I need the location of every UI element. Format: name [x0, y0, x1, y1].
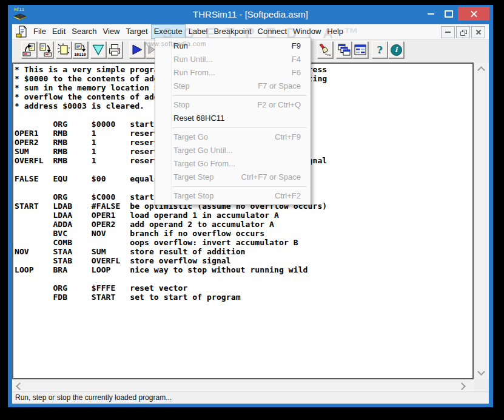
menu-target[interactable]: Target: [123, 25, 151, 38]
vertical-scrollbar[interactable]: [474, 63, 488, 379]
scroll-up-icon[interactable]: [477, 66, 485, 74]
svg-text:10110: 10110: [74, 52, 86, 57]
maximize-button[interactable]: [441, 7, 457, 21]
maximize-icon: [445, 10, 453, 18]
menu-separator: [155, 125, 311, 130]
menu-separator: [155, 184, 311, 189]
execute-menu: Run F9 Run Until... F4 Run From... F6 St…: [155, 38, 311, 205]
minimize-icon: [428, 13, 434, 15]
menu-item-run-from[interactable]: Run From... F6: [155, 66, 311, 80]
window-title: THRSim11 - [Softpedia.asm]: [8, 5, 493, 24]
asm-document-icon[interactable]: [16, 25, 28, 38]
reset-brush-icon: [318, 43, 332, 56]
menu-item-run-until[interactable]: Run Until... F4: [155, 53, 311, 66]
menu-item-reset-68hc11[interactable]: Reset 68HC11: [155, 112, 311, 125]
menu-item-target-go-from[interactable]: Target Go From...: [155, 157, 311, 171]
menu-edit[interactable]: Edit: [49, 25, 69, 38]
window-border-left: [8, 24, 12, 404]
mdi-restore-icon: [460, 30, 466, 35]
horizontal-scrollbar[interactable]: [12, 379, 474, 391]
menu-item-target-step[interactable]: Target Step Ctrl+F7 or Space: [155, 171, 311, 184]
mdi-close-icon: [475, 29, 482, 35]
print-button[interactable]: [107, 41, 123, 58]
status-text: Run, step or stop the currently loaded p…: [15, 393, 172, 402]
screenshot-stage: HC11 THRSim11 - [Softpedia.asm] File Edi…: [0, 0, 504, 420]
load-file-icon: [22, 43, 36, 56]
cascade-windows-icon: [337, 43, 351, 56]
close-icon: [470, 10, 478, 18]
menu-view[interactable]: View: [100, 25, 123, 38]
save-file-button[interactable]: [38, 41, 53, 58]
load-file-button[interactable]: [21, 41, 37, 58]
menu-search[interactable]: Search: [69, 25, 99, 38]
app-window: HC11 THRSim11 - [Softpedia.asm] File Edi…: [8, 5, 493, 407]
tile-windows-icon: [354, 43, 367, 56]
run-icon: [130, 43, 144, 56]
window-border-bottom: [8, 404, 493, 407]
mdi-minimize-button[interactable]: [441, 26, 455, 38]
scroll-down-icon[interactable]: [477, 368, 485, 376]
help-icon: ?: [377, 44, 382, 56]
run-button[interactable]: [129, 41, 145, 58]
scroll-left-icon[interactable]: [16, 382, 24, 390]
mdi-window-controls: [441, 26, 485, 38]
reset-brush-button[interactable]: [317, 41, 333, 58]
save-file-icon: [39, 43, 52, 56]
title-bar[interactable]: HC11 THRSim11 - [Softpedia.asm]: [8, 5, 493, 24]
mdi-restore-button[interactable]: [456, 26, 470, 38]
menu-item-target-go-until[interactable]: Target Go Until...: [155, 144, 311, 157]
assemble-button[interactable]: [56, 41, 72, 58]
menu-file[interactable]: File: [30, 25, 49, 38]
tile-windows-button[interactable]: [352, 41, 368, 58]
minimize-button[interactable]: [423, 7, 438, 21]
close-button[interactable]: [458, 7, 489, 21]
window-border-right: [489, 24, 493, 404]
filter-button[interactable]: [90, 41, 106, 58]
mdi-minimize-icon: [445, 32, 451, 33]
menu-separator: [155, 93, 311, 98]
print-icon: [108, 43, 121, 56]
help-button[interactable]: ?: [372, 41, 388, 58]
menu-item-stop[interactable]: Stop F2 or Ctrl+Q: [155, 98, 311, 112]
menu-item-target-go[interactable]: Target Go Ctrl+F9: [155, 130, 311, 144]
status-bar: Run, step or stop the currently loaded p…: [12, 392, 489, 404]
softpedia-logo-watermark: SOFTPEDIA™: [163, 25, 369, 42]
mdi-close-button[interactable]: [471, 26, 485, 38]
menu-item-target-stop[interactable]: Target Stop Ctrl+F2: [155, 189, 311, 203]
scroll-right-icon[interactable]: [458, 382, 466, 390]
cascade-windows-button[interactable]: [336, 41, 352, 58]
info-icon: i: [391, 44, 402, 56]
assemble-binary-button[interactable]: 10110: [72, 41, 88, 58]
filter-icon: [92, 43, 105, 56]
assemble-binary-icon: 10110: [73, 43, 87, 56]
assemble-icon: [57, 43, 70, 56]
about-button[interactable]: i: [388, 41, 404, 58]
menu-item-step[interactable]: Step F7 or Space: [155, 80, 311, 93]
